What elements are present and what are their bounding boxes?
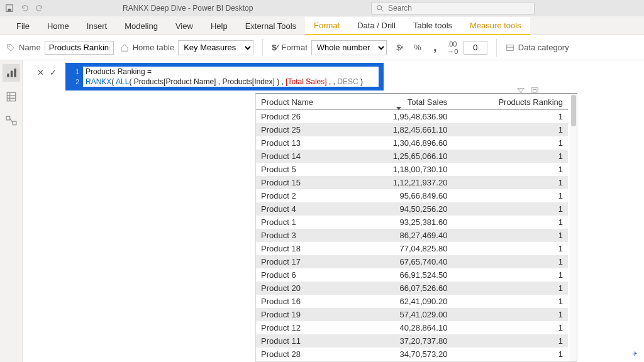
formula-bar[interactable]: 1Products Ranking = 2RANKX( ALL( Product… <box>65 63 384 90</box>
table-visual[interactable]: Product Name Total Sales Products Rankin… <box>255 93 577 362</box>
table-row[interactable]: Product 2066,07,526.601 <box>256 282 568 295</box>
titlebar: RANKX Deep Dive - Power BI Desktop <box>0 0 644 16</box>
decimals-input[interactable] <box>464 41 487 55</box>
tag-icon <box>6 43 15 52</box>
table-row[interactable]: Product 1137,20,737.801 <box>256 334 568 348</box>
measure-name-input[interactable] <box>45 41 114 55</box>
model-view-button[interactable] <box>3 112 20 129</box>
table-row[interactable]: Product 1240,28,864.101 <box>256 321 568 334</box>
tab-view[interactable]: View <box>167 18 202 35</box>
tab-data-drill[interactable]: Data / Drill <box>348 17 404 35</box>
table-row[interactable]: Product 494,50,256.201 <box>256 202 568 216</box>
table-row[interactable]: Product 151,12,21,937.201 <box>256 176 568 189</box>
ribbon-tabs: File Home Insert Modeling View Help Exte… <box>0 16 644 35</box>
format-label: Format <box>282 43 308 52</box>
svg-rect-9 <box>14 69 16 77</box>
tab-insert[interactable]: Insert <box>78 18 116 35</box>
table-row[interactable]: Product 2834,70,573.201 <box>256 348 568 361</box>
table-row[interactable]: Product 261,95,48,636.901 <box>256 110 568 124</box>
window-title: RANKX Deep Dive - Power BI Desktop <box>123 4 253 13</box>
table-row[interactable]: Product 141,25,65,066.101 <box>256 150 568 163</box>
table-row[interactable]: Product 666,91,524.501 <box>256 268 568 282</box>
data-view-button[interactable] <box>3 88 20 106</box>
table-row[interactable]: Product 131,30,46,896.601 <box>256 136 568 150</box>
svg-rect-18 <box>533 89 536 92</box>
increase-decimal-button[interactable]: .00→0 <box>446 41 460 55</box>
svg-point-4 <box>9 45 10 47</box>
tab-format[interactable]: Format <box>305 17 348 35</box>
svg-rect-10 <box>7 92 16 101</box>
col-total-sales[interactable]: Total Sales <box>352 94 452 110</box>
watermark: ✈ <box>631 349 636 357</box>
view-switcher <box>0 60 23 362</box>
svg-rect-15 <box>13 121 16 125</box>
comma-button[interactable]: , <box>428 41 442 55</box>
tab-measure-tools[interactable]: Measure tools <box>461 17 530 35</box>
name-label: Name <box>19 43 41 52</box>
svg-rect-1 <box>8 9 11 11</box>
format-select[interactable]: Whole number <box>311 40 387 55</box>
data-category-label: Data category <box>518 43 569 52</box>
data-table: Product Name Total Sales Products Rankin… <box>256 94 568 362</box>
svg-rect-14 <box>6 116 10 120</box>
search-input[interactable] <box>388 4 530 13</box>
tab-external-tools[interactable]: External Tools <box>236 18 305 35</box>
svg-line-3 <box>381 9 384 12</box>
tab-table-tools[interactable]: Table tools <box>404 17 461 35</box>
col-products-ranking[interactable]: Products Ranking <box>452 94 568 110</box>
svg-point-2 <box>377 6 382 10</box>
svg-rect-8 <box>10 71 12 77</box>
fx-icon: $⁄ <box>272 43 277 52</box>
save-icon[interactable] <box>5 4 14 13</box>
svg-rect-7 <box>7 74 9 77</box>
separator <box>496 39 497 57</box>
tab-modeling[interactable]: Modeling <box>116 18 167 35</box>
tab-help[interactable]: Help <box>202 18 236 35</box>
col-product-name[interactable]: Product Name <box>256 94 352 110</box>
scrollbar[interactable] <box>570 94 577 361</box>
table-row[interactable]: Product 295,66,849.601 <box>256 189 568 202</box>
search-box[interactable] <box>371 2 535 14</box>
undo-icon[interactable] <box>20 4 29 13</box>
table-row[interactable]: Product 1957,41,029.001 <box>256 308 568 321</box>
percent-button[interactable]: % <box>411 41 425 55</box>
table-row[interactable]: Product 1662,41,090.201 <box>256 295 568 308</box>
separator <box>262 39 263 57</box>
table-row[interactable]: Product 193,25,381.601 <box>256 216 568 229</box>
ribbon: Name Home table Key Measures $⁄ Format W… <box>0 35 644 60</box>
search-icon <box>375 4 384 13</box>
table-row[interactable]: Product 1767,65,740.401 <box>256 255 568 268</box>
tab-file[interactable]: File <box>8 18 38 35</box>
table-row[interactable]: Product 251,82,45,661.101 <box>256 123 568 136</box>
tab-home[interactable]: Home <box>38 18 78 35</box>
svg-line-16 <box>9 119 13 123</box>
category-icon <box>506 43 514 52</box>
svg-rect-5 <box>507 45 514 50</box>
home-table-select[interactable]: Key Measures <box>178 40 253 55</box>
currency-button[interactable]: $ ▾ <box>393 41 407 55</box>
table-row[interactable]: Product 51,18,00,730.101 <box>256 163 568 176</box>
report-canvas: ✕ ✓ 1Products Ranking = 2RANKX( ALL( Pro… <box>23 60 644 362</box>
report-view-button[interactable] <box>3 64 20 82</box>
home-icon <box>120 43 129 52</box>
home-table-label: Home table <box>133 43 174 52</box>
commit-formula-button[interactable]: ✓ <box>47 66 59 79</box>
cancel-formula-button[interactable]: ✕ <box>34 66 47 79</box>
table-row[interactable]: Product 1877,04,825.801 <box>256 242 568 255</box>
redo-icon[interactable] <box>35 4 44 13</box>
table-row[interactable]: Product 386,27,469.401 <box>256 229 568 242</box>
